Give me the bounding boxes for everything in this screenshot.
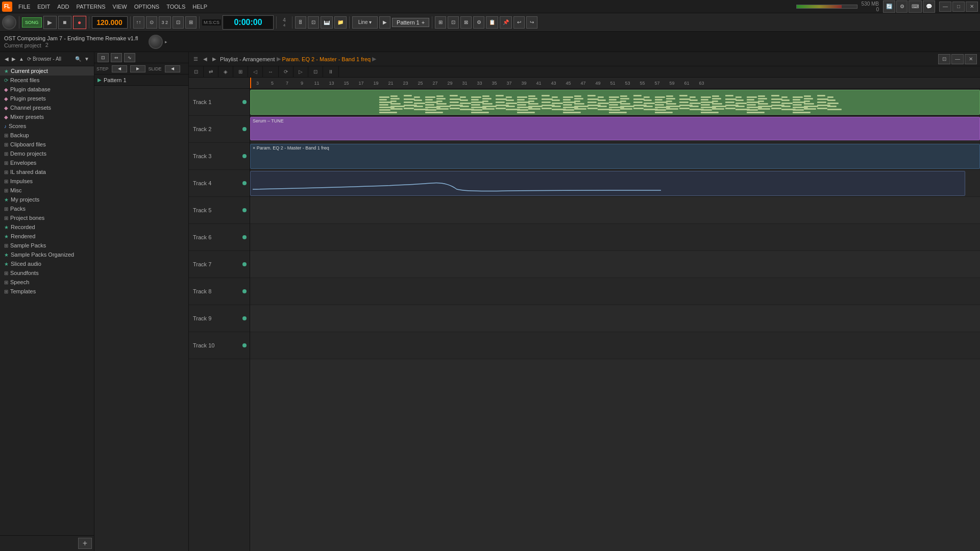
pattern-block-1[interactable]: [250, 90, 980, 115]
step-up-btn[interactable]: ▶: [130, 65, 145, 72]
browser-button[interactable]: 📁: [334, 16, 347, 29]
snap-3bar-icon[interactable]: 3 2: [159, 16, 172, 29]
song-mode-button[interactable]: SONG: [22, 17, 42, 28]
playlist-tool-4[interactable]: ⊞: [233, 66, 248, 77]
snap-bar-icon[interactable]: ⊡: [173, 16, 184, 29]
menu-help[interactable]: HELP: [189, 3, 210, 11]
menu-add[interactable]: ADD: [54, 3, 72, 11]
track-row-8[interactable]: [250, 278, 980, 305]
track-row-2[interactable]: Serum – TUNE: [250, 116, 980, 143]
sidebar-back-btn[interactable]: ◀: [3, 56, 10, 62]
app-icon[interactable]: FL: [2, 2, 12, 12]
pattern-block-4[interactable]: [250, 171, 965, 196]
sidebar-item-mixer-presets[interactable]: ◆ Mixer presets: [0, 112, 94, 121]
stop-button[interactable]: ■: [58, 16, 71, 29]
playlist-tool-1[interactable]: ⊡: [189, 66, 204, 77]
tool-4[interactable]: ⚙: [473, 16, 484, 29]
tool-2[interactable]: ⊡: [448, 16, 459, 29]
menu-view[interactable]: VIEW: [110, 3, 130, 11]
sidebar-item-scores[interactable]: ♪ Scores: [0, 121, 94, 131]
track-row-7[interactable]: [250, 251, 980, 278]
sidebar-item-templates[interactable]: ⊞ Templates: [0, 287, 94, 296]
tool-5[interactable]: 📋: [486, 16, 498, 29]
tool-3[interactable]: ⊠: [460, 16, 472, 29]
menu-edit[interactable]: EDIT: [34, 3, 53, 11]
sidebar-item-recent-files[interactable]: ⟳ Recent files: [0, 76, 94, 85]
sidebar-item-channel-presets[interactable]: ◆ Channel presets: [0, 103, 94, 112]
playlist-back-btn[interactable]: ◀: [202, 56, 209, 62]
chat-icon[interactable]: 💬: [923, 1, 935, 13]
sidebar-item-il-shared-data[interactable]: ⊞ IL shared data: [0, 167, 94, 177]
sidebar-refresh-btn[interactable]: ⟳: [26, 56, 33, 62]
playlist-tool-pause[interactable]: ⏸: [323, 66, 339, 77]
tool-6[interactable]: 📌: [500, 16, 512, 29]
track-content[interactable]: Serum – TUNE× Param. EQ 2 - Master - Ban…: [250, 89, 980, 551]
playlist-menu-btn[interactable]: ☰: [192, 56, 200, 62]
master-volume-knob[interactable]: [2, 15, 16, 30]
snap-loop-icon[interactable]: ⊙: [146, 16, 157, 29]
menu-file[interactable]: FILE: [15, 3, 33, 11]
bpm-display[interactable]: 120.000: [92, 16, 128, 29]
sidebar-item-sample-packs-organized[interactable]: ★ Sample Packs Organized: [0, 250, 94, 259]
snap-up-icon[interactable]: ↑↑: [133, 16, 144, 29]
playlist-tool-9[interactable]: ⊡: [308, 66, 323, 77]
track-row-6[interactable]: [250, 224, 980, 251]
track-row-9[interactable]: [250, 305, 980, 332]
pattern-select-button[interactable]: Pattern 1 +: [392, 18, 429, 27]
cpu-icon[interactable]: ⚙: [896, 1, 908, 13]
playlist-tool-6[interactable]: ↔: [263, 66, 279, 77]
maximize-button[interactable]: □: [952, 2, 965, 12]
mixer-button[interactable]: 🎚: [295, 16, 306, 29]
playlist-detach-btn[interactable]: ⊡: [938, 54, 950, 64]
close-button[interactable]: ✕: [966, 2, 978, 12]
timeline-ruler[interactable]: 3579111315171921232527293133353739414345…: [250, 78, 980, 88]
menu-tools[interactable]: TOOLS: [163, 3, 188, 11]
minimize-button[interactable]: —: [939, 2, 951, 12]
menu-patterns[interactable]: PATTERNS: [74, 3, 109, 11]
sidebar-item-impulses[interactable]: ⊞ Impulses: [0, 177, 94, 186]
left-col-piano-btn[interactable]: ⊡: [97, 53, 109, 62]
track-row-4[interactable]: [250, 170, 980, 197]
playlist-tool-7[interactable]: ⟳: [279, 66, 293, 77]
sidebar-item-speech[interactable]: ⊞ Speech: [0, 278, 94, 287]
sidebar-add-button[interactable]: +: [78, 538, 92, 549]
tool-1[interactable]: ⊞: [435, 16, 446, 29]
sidebar-item-current-project[interactable]: ★ Current project: [0, 66, 94, 76]
sidebar-item-plugin-database[interactable]: ◆ Plugin database: [0, 85, 94, 94]
playlist-min-btn[interactable]: —: [951, 54, 964, 64]
keyboard-icon[interactable]: ⌨: [909, 1, 922, 13]
playlist-tool-snap[interactable]: ◈: [218, 66, 233, 77]
sidebar-item-clipboard-files[interactable]: ⊞ Clipboard files: [0, 140, 94, 149]
sidebar-options-btn[interactable]: ▼: [83, 56, 91, 62]
sidebar-item-soundfonts[interactable]: ⊞ Soundfonts: [0, 268, 94, 278]
track-row-3[interactable]: × Param. EQ 2 - Master - Band 1 freq: [250, 143, 980, 170]
track-row-1[interactable]: [250, 89, 980, 116]
menu-options[interactable]: OPTIONS: [131, 3, 163, 11]
left-col-arrows-btn[interactable]: ⇔: [111, 53, 122, 62]
sidebar-item-rendered[interactable]: ★ Rendered: [0, 232, 94, 241]
pattern-block-3[interactable]: × Param. EQ 2 - Master - Band 1 freq: [250, 144, 980, 169]
channel-rack-button[interactable]: ⊡: [308, 16, 319, 29]
sidebar-item-envelopes[interactable]: ⊞ Envelopes: [0, 158, 94, 167]
slide-down-btn[interactable]: ◀: [165, 65, 180, 72]
metronome-icon[interactable]: 🔄: [883, 1, 895, 13]
playlist-tool-2[interactable]: ⇄: [204, 66, 218, 77]
sidebar-item-backup[interactable]: ⊞ Backup: [0, 131, 94, 140]
mode-arrow[interactable]: ▶: [379, 16, 390, 29]
sidebar-item-sliced-audio[interactable]: ★ Sliced audio: [0, 259, 94, 268]
tool-8[interactable]: ↪: [526, 16, 537, 29]
sidebar-item-demo-projects[interactable]: ⊞ Demo projects: [0, 149, 94, 158]
pitch-knob[interactable]: [149, 35, 163, 49]
playlist-forward-btn[interactable]: ▶: [211, 56, 218, 62]
breadcrumb-active[interactable]: Param. EQ 2 - Master - Band 1 freq: [282, 56, 371, 62]
draw-mode-select[interactable]: Line ▾: [352, 16, 378, 29]
left-col-curve-btn[interactable]: ∿: [124, 53, 135, 62]
sidebar-item-misc[interactable]: ⊞ Misc: [0, 186, 94, 195]
sidebar-item-plugin-presets[interactable]: ◆ Plugin presets: [0, 94, 94, 103]
track-row-5[interactable]: [250, 197, 980, 224]
sidebar-item-recorded[interactable]: ★ Recorded: [0, 222, 94, 232]
sidebar-up-btn[interactable]: ▲: [17, 56, 26, 62]
piano-roll-button[interactable]: 🎹: [321, 16, 333, 29]
breadcrumb-playlist[interactable]: Playlist - Arrangement: [220, 56, 275, 62]
sidebar-item-packs[interactable]: ⊞ Packs: [0, 204, 94, 213]
